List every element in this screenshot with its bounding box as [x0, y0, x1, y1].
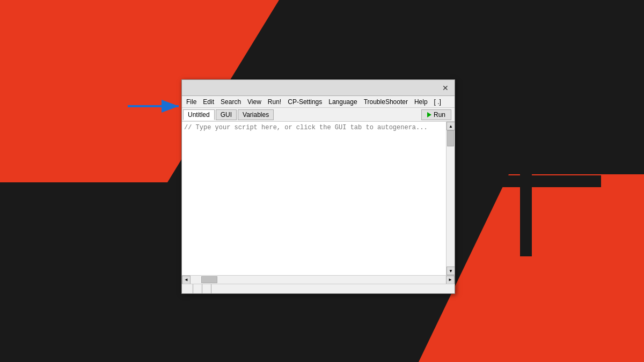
scroll-down-btn[interactable]: ▼ [447, 267, 455, 275]
menu-edit[interactable]: Edit [200, 97, 217, 107]
toolbar: Untitled GUI Variables Run [182, 108, 455, 122]
status-extra [202, 284, 211, 293]
menu-bracket[interactable]: [ .] [431, 97, 444, 107]
menu-bar: File Edit Search View Run! CP-Settings L… [182, 96, 455, 108]
editor-container: ▲ ▼ [182, 122, 455, 275]
editor-textarea[interactable] [182, 122, 446, 275]
scroll-right-btn[interactable]: ► [446, 276, 455, 284]
tab-variables[interactable]: Variables [238, 109, 274, 120]
run-icon [427, 112, 431, 117]
menu-help[interactable]: Help [411, 97, 431, 107]
status-col [184, 284, 193, 293]
menu-view[interactable]: View [244, 97, 265, 107]
scroll-left-btn[interactable]: ◄ [182, 276, 191, 284]
vertical-scrollbar: ▲ ▼ [446, 122, 455, 275]
annotation-arrow [122, 95, 187, 117]
scroll-thumb-h[interactable] [201, 276, 217, 283]
scroll-track-h[interactable] [191, 276, 446, 284]
scroll-track-v[interactable] [447, 130, 455, 267]
tab-untitled[interactable]: Untitled [183, 109, 215, 120]
menu-cp-settings[interactable]: CP-Settings [284, 97, 325, 107]
status-line [193, 284, 202, 293]
app-window: ✕ File Edit Search View Run! CP-Settings… [181, 79, 455, 294]
close-button[interactable]: ✕ [438, 82, 452, 94]
status-bar [182, 284, 455, 293]
desktop: ✕ File Edit Search View Run! CP-Settings… [0, 0, 644, 362]
logo-line-v [520, 106, 532, 256]
menu-search[interactable]: Search [217, 97, 244, 107]
scroll-up-btn[interactable]: ▲ [447, 122, 455, 130]
menu-language[interactable]: Language [325, 97, 360, 107]
scroll-thumb-v[interactable] [447, 130, 454, 146]
horizontal-scrollbar: ◄ ► [182, 275, 455, 284]
run-button[interactable]: Run [421, 109, 451, 120]
menu-troubleshooter[interactable]: TroubleShooter [361, 97, 411, 107]
menu-run[interactable]: Run! [265, 97, 284, 107]
run-button-label: Run [434, 111, 445, 119]
title-bar: ✕ [182, 80, 455, 96]
windows-logo [451, 106, 601, 256]
tab-gui[interactable]: GUI [216, 109, 237, 120]
